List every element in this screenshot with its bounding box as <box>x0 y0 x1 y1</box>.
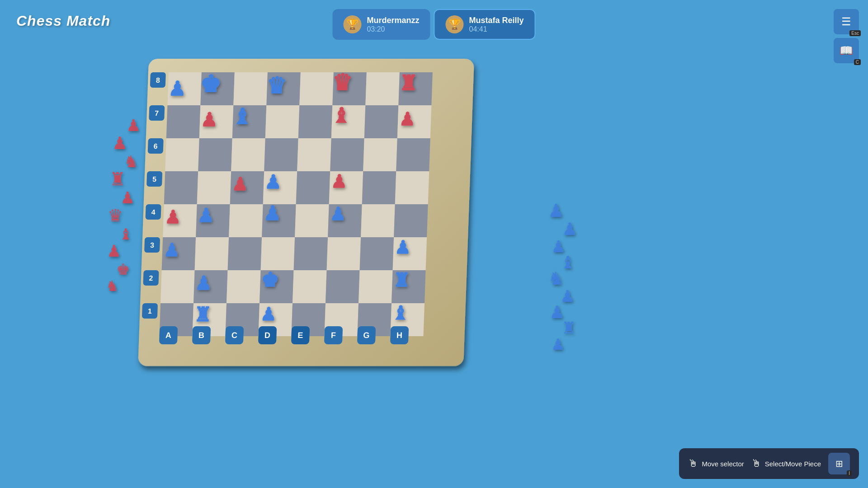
cell-B3[interactable] <box>195 237 229 270</box>
cell-D4[interactable] <box>262 204 296 237</box>
svg-text:♟: ♟ <box>394 238 411 258</box>
svg-text:4: 4 <box>151 208 156 216</box>
svg-text:♜: ♜ <box>392 270 410 291</box>
cell-C8[interactable] <box>233 72 268 105</box>
cell-F2[interactable] <box>326 270 360 303</box>
svg-text:H: H <box>396 331 403 340</box>
svg-text:5: 5 <box>152 175 157 183</box>
cell-D7[interactable] <box>265 105 300 138</box>
cell-D2[interactable] <box>259 270 294 303</box>
svg-text:♟: ♟ <box>264 172 282 193</box>
player2-time: 04:41 <box>469 25 524 33</box>
cell-H3[interactable] <box>393 237 427 270</box>
cell-C4[interactable] <box>229 204 263 237</box>
cell-G5[interactable] <box>362 171 396 204</box>
cell-G4[interactable] <box>361 204 395 237</box>
cell-B2[interactable] <box>193 270 228 303</box>
cell-D5[interactable] <box>263 171 297 204</box>
svg-text:♞: ♞ <box>106 278 119 294</box>
cell-E6[interactable] <box>297 138 331 171</box>
cell-H1[interactable] <box>391 303 425 336</box>
cell-A5[interactable] <box>164 171 198 204</box>
cell-G1[interactable] <box>358 303 392 336</box>
svg-rect-22 <box>146 171 162 187</box>
cell-E8[interactable] <box>299 72 334 105</box>
cell-F4[interactable] <box>328 204 362 237</box>
cell-D1[interactable] <box>259 303 293 336</box>
cell-H4[interactable] <box>394 204 428 237</box>
cell-E5[interactable] <box>296 171 330 204</box>
cell-F8[interactable] <box>332 72 367 105</box>
svg-text:♟: ♟ <box>163 240 180 260</box>
cell-B5[interactable] <box>197 171 231 204</box>
svg-rect-12 <box>357 326 376 344</box>
menu-button[interactable]: ☰ Esc <box>834 9 859 34</box>
svg-text:B: B <box>198 331 205 340</box>
cell-G2[interactable] <box>359 270 393 303</box>
extra-button[interactable]: ⊞ I <box>828 453 850 474</box>
cell-B8[interactable] <box>200 72 235 105</box>
cell-G6[interactable] <box>363 138 397 171</box>
svg-text:♜: ♜ <box>561 319 576 337</box>
cell-F1[interactable] <box>325 303 359 336</box>
svg-text:♟: ♟ <box>551 336 565 353</box>
cell-C7[interactable] <box>232 105 267 138</box>
board-surround <box>138 59 474 366</box>
cell-A3[interactable] <box>162 237 196 270</box>
svg-text:♟: ♟ <box>126 116 141 135</box>
cell-F6[interactable] <box>330 138 364 171</box>
cell-A7[interactable] <box>166 105 201 138</box>
cell-E7[interactable] <box>298 105 333 138</box>
cell-A4[interactable] <box>163 204 197 237</box>
svg-text:♟: ♟ <box>164 207 181 227</box>
right-icons: ☰ Esc 📖 C <box>834 9 859 63</box>
cell-D6[interactable] <box>264 138 298 171</box>
cell-A1[interactable] <box>160 303 194 336</box>
cell-F3[interactable] <box>327 237 361 270</box>
svg-text:D: D <box>264 331 271 340</box>
cell-B4[interactable] <box>196 204 230 237</box>
cell-C5[interactable] <box>230 171 264 204</box>
svg-text:♝: ♝ <box>391 303 409 324</box>
cell-F5[interactable] <box>329 171 363 204</box>
cell-A6[interactable] <box>165 138 199 171</box>
cell-C1[interactable] <box>226 303 260 336</box>
cell-E2[interactable] <box>292 270 327 303</box>
cell-B6[interactable] <box>198 138 232 171</box>
svg-text:♞: ♞ <box>124 152 138 171</box>
chess-board-svg[interactable]: A B C D E F G H 8 7 6 5 4 <box>0 0 868 488</box>
cell-H6[interactable] <box>396 138 430 171</box>
cell-H7[interactable] <box>397 105 432 138</box>
cell-H8[interactable] <box>398 72 433 105</box>
cell-C2[interactable] <box>226 270 261 303</box>
cell-E4[interactable] <box>295 204 329 237</box>
pieces: ♟ ♚ ♛ ♛ ♜ ♟ ♝ ♝ ♟ <box>160 70 418 326</box>
svg-text:6: 6 <box>153 142 158 150</box>
cell-E1[interactable] <box>292 303 326 336</box>
player2-panel: 🏆 Mustafa Reilly 04:41 <box>434 9 535 40</box>
menu-icon: ☰ <box>841 15 851 28</box>
svg-text:♟: ♟ <box>107 242 121 260</box>
cell-H5[interactable] <box>395 171 429 204</box>
cell-D3[interactable] <box>261 237 295 270</box>
cell-G8[interactable] <box>365 72 400 105</box>
cell-G3[interactable] <box>360 237 394 270</box>
cell-A2[interactable] <box>160 270 195 303</box>
cell-F7[interactable] <box>331 105 366 138</box>
cell-B7[interactable] <box>199 105 234 138</box>
cell-G7[interactable] <box>364 105 399 138</box>
cell-E3[interactable] <box>294 237 328 270</box>
svg-rect-30 <box>142 303 158 319</box>
book-button[interactable]: 📖 C <box>834 38 859 63</box>
cell-B1[interactable] <box>193 303 227 336</box>
board-cells[interactable] <box>160 72 433 336</box>
svg-rect-10 <box>324 326 343 344</box>
captured-blue-pieces: ♟ ♟ ♟ ♝ ♞ ♟ ♟ ♜ ♟ <box>548 201 577 353</box>
cell-A8[interactable] <box>167 72 202 105</box>
cell-C6[interactable] <box>231 138 265 171</box>
cell-H2[interactable] <box>392 270 426 303</box>
svg-text:♟: ♟ <box>330 172 348 192</box>
board-group[interactable]: A B C D E F G H 8 7 6 5 4 <box>138 59 474 366</box>
cell-C3[interactable] <box>228 237 262 270</box>
cell-D8[interactable] <box>266 72 301 105</box>
